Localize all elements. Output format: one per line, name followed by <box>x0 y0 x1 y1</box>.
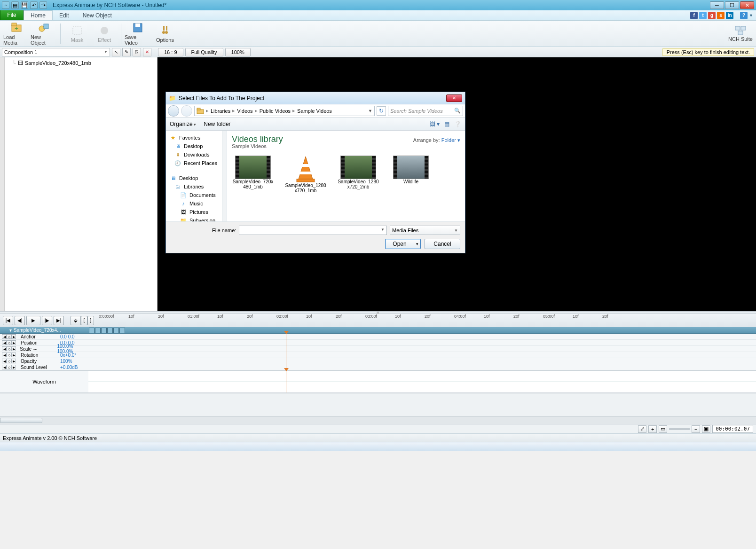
aspect-button[interactable]: 16 : 9 <box>158 48 183 56</box>
qat-undo-icon[interactable]: ↶ <box>30 1 38 9</box>
track-toggle-1[interactable] <box>89 328 94 333</box>
timeline-tracks[interactable] <box>88 334 756 370</box>
new-folder-button[interactable]: New folder <box>204 121 230 127</box>
zoom-in-button[interactable]: + <box>648 425 657 433</box>
project-item[interactable]: └ 🎞 SampleVideo_720x480_1mb <box>2 59 155 67</box>
side-downloads[interactable]: ⬇Downloads <box>166 150 227 159</box>
breadcrumb[interactable]: ▸Libraries ▸Videos ▸Public Videos ▸Sampl… <box>194 106 375 116</box>
new-object-tab[interactable]: New Object <box>76 10 119 20</box>
preview-pane-button[interactable]: ▤ <box>444 121 449 127</box>
side-pictures[interactable]: 🖼Pictures <box>166 208 227 216</box>
help-icon[interactable]: ? <box>740 12 748 19</box>
fit-button[interactable]: ⤢ <box>638 425 646 433</box>
maximize-button[interactable]: ☐ <box>725 1 739 9</box>
tool-delete-icon[interactable]: ✕ <box>143 48 151 56</box>
file-item-4[interactable]: Wildlife <box>390 156 432 193</box>
file-item-3[interactable]: SampleVideo_1280x720_2mb <box>337 156 379 193</box>
file-tab[interactable]: File <box>0 10 24 20</box>
bracket-end-icon[interactable]: ] <box>87 316 94 325</box>
step-forward-button[interactable]: |▶ <box>42 316 52 325</box>
prop-rotation[interactable]: ◀◇▶Rotation0x+0.0° <box>0 352 88 358</box>
side-desktop[interactable]: 🖥Desktop <box>166 142 227 150</box>
qat-redo-icon[interactable]: ↷ <box>39 1 47 9</box>
arrange-by[interactable]: Arrange by: Folder ▾ <box>413 137 460 143</box>
help-dropdown-icon[interactable]: ▼ <box>749 13 753 18</box>
side-libraries[interactable]: 🗂Libraries <box>166 182 227 191</box>
prop-sound[interactable]: ◀◇▶Sound Level+0.00dB <box>0 364 88 370</box>
project-scrollbar[interactable] <box>0 57 5 311</box>
time-ruler[interactable]: 0:00:00f10f20f01:00f10f20f02:00f10f20f03… <box>94 314 756 327</box>
track-toggle-5[interactable] <box>113 328 119 333</box>
side-music[interactable]: ♪Music <box>166 199 227 208</box>
qat-open-icon[interactable]: ▤ <box>11 1 19 9</box>
gplus-icon[interactable]: g <box>708 12 716 19</box>
open-button[interactable]: Open <box>385 239 421 249</box>
track-toggle-3[interactable] <box>101 328 107 333</box>
stumble-icon[interactable]: s <box>717 12 724 19</box>
timecode-display[interactable]: 00:00:02.07 <box>712 425 753 433</box>
nav-forward-button[interactable] <box>181 105 192 117</box>
keyframe-mode-icon[interactable]: ⬙ <box>71 316 81 325</box>
zoom-out-rect[interactable]: ▭ <box>659 425 667 433</box>
quality-button[interactable]: Full Quality <box>185 48 223 56</box>
edit-tab[interactable]: Edit <box>53 10 76 20</box>
new-object-button[interactable]: New Object <box>30 22 57 46</box>
twitter-icon[interactable]: t <box>699 12 707 19</box>
options-button[interactable]: Options <box>151 22 179 46</box>
nav-back-button[interactable] <box>168 105 179 117</box>
minimize-button[interactable]: ─ <box>710 1 724 9</box>
zoom-fit-button[interactable]: ▣ <box>702 425 710 433</box>
organize-menu[interactable]: Organize <box>170 121 196 127</box>
waveform-track[interactable] <box>88 371 756 392</box>
file-item-1[interactable]: SampleVideo_720x480_1mb <box>232 156 274 193</box>
zoom-slider[interactable] <box>669 428 690 430</box>
nch-suite-button[interactable]: NCH Suite <box>728 26 753 42</box>
facebook-icon[interactable]: f <box>690 12 698 19</box>
prop-scale[interactable]: ◀◇▶Scale ⊶100.0% 100.0% <box>0 346 88 352</box>
track-toggle-6[interactable] <box>119 328 125 333</box>
composition-select[interactable]: Composition 1 <box>2 48 110 56</box>
side-favorites[interactable]: ★Favorites <box>166 133 227 142</box>
dialog-help-icon[interactable]: ❔ <box>454 121 461 127</box>
prop-anchor[interactable]: ◀◇▶Anchor0.0 0.0 <box>0 334 88 340</box>
os-taskbar[interactable] <box>0 442 756 451</box>
home-tab[interactable]: Home <box>24 10 53 20</box>
save-video-button[interactable]: Save Video <box>124 22 151 46</box>
side-documents[interactable]: 📄Documents <box>166 191 227 199</box>
close-button[interactable]: ✕ <box>740 1 754 9</box>
dialog-close-button[interactable]: ✕ <box>446 94 462 102</box>
zoom-button[interactable]: 100% <box>225 48 251 56</box>
file-type-select[interactable]: Media Files <box>390 226 460 235</box>
track-toggle-2[interactable] <box>95 328 101 333</box>
refresh-button[interactable]: ↻ <box>377 106 386 116</box>
side-desktop2[interactable]: 🖥Desktop <box>166 174 227 182</box>
dialog-title-bar[interactable]: 📁 Select Files To Add To The Project ✕ <box>166 92 465 104</box>
tool-add-icon[interactable]: ✎ <box>122 48 131 56</box>
zoom-out-button[interactable]: − <box>692 425 700 433</box>
load-media-button[interactable]: + Load Media <box>3 22 30 46</box>
tool-arrow-icon[interactable]: ↖ <box>112 48 120 56</box>
side-subversion[interactable]: 📁Subversion <box>166 216 227 221</box>
collapse-icon[interactable]: ▾ <box>9 328 12 333</box>
play-button[interactable]: ▶ <box>26 316 40 325</box>
bracket-start-icon[interactable]: [ <box>81 316 87 325</box>
side-recent[interactable]: 🕘Recent Places <box>166 159 227 167</box>
file-item-2[interactable]: SampleVideo_1280x720_1mb <box>284 156 327 193</box>
qat-new-icon[interactable]: ▫ <box>2 1 9 9</box>
playhead-wave[interactable] <box>286 371 286 392</box>
goto-start-button[interactable]: |◀ <box>3 316 13 325</box>
search-input[interactable]: Search Sample Videos 🔍 <box>388 106 463 116</box>
track-toggle-4[interactable] <box>107 328 113 333</box>
cancel-button[interactable]: Cancel <box>425 239 460 249</box>
step-back-button[interactable]: ◀| <box>15 316 25 325</box>
view-mode-button[interactable]: 🖼 ▾ <box>430 121 440 127</box>
linkedin-icon[interactable]: in <box>726 12 733 19</box>
tool-copy-icon[interactable]: ⎘ <box>133 48 141 56</box>
playhead[interactable] <box>286 334 286 370</box>
sidebar-scrollbar[interactable] <box>222 131 227 221</box>
goto-end-button[interactable]: ▶| <box>54 316 64 325</box>
filename-input[interactable] <box>239 226 387 235</box>
timeline-scrollbar[interactable] <box>0 416 756 424</box>
qat-save-icon[interactable]: 💾 <box>21 1 28 9</box>
track-header[interactable]: ▾SampleVideo_720x4... <box>0 327 756 334</box>
